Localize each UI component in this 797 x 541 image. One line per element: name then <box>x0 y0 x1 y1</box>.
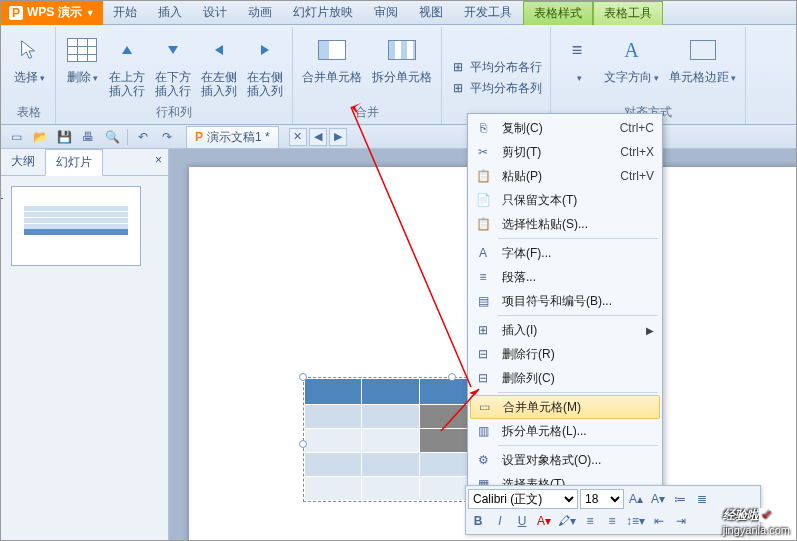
insert-col-right-button[interactable]: 在右侧 插入列 <box>244 31 286 101</box>
ribbon-group-table: 选择 表格 <box>3 27 56 124</box>
cell-margin-button[interactable]: 单元格边距 <box>666 31 739 86</box>
merge-cells-button[interactable]: 合并单元格 <box>299 31 365 86</box>
font-icon: A <box>472 243 494 263</box>
qat-redo-icon[interactable]: ↷ <box>156 127 178 147</box>
qat-save-icon[interactable]: 💾 <box>53 127 75 147</box>
align-center-button[interactable]: ≡ <box>602 511 622 531</box>
qat-preview-icon[interactable]: 🔍 <box>101 127 123 147</box>
indent-button[interactable]: ⇥ <box>671 511 691 531</box>
thumb-table-icon <box>24 205 128 235</box>
document-tab[interactable]: P 演示文稿1 * <box>186 126 279 148</box>
tab-table-tools[interactable]: 表格工具 <box>593 1 663 25</box>
tab-insert[interactable]: 插入 <box>148 1 193 25</box>
underline-button[interactable]: U <box>512 511 532 531</box>
resize-handle[interactable] <box>299 440 307 448</box>
align-left-button[interactable]: ≡ <box>580 511 600 531</box>
qat-new-icon[interactable]: ▭ <box>5 127 27 147</box>
ribbon-group-distribute: ⊞ 平均分布各行 ⊞ 平均分布各列 <box>442 27 551 124</box>
menu-item-insert[interactable]: ⊞插入(I)▶ <box>470 318 660 342</box>
tab-slideshow[interactable]: 幻灯片放映 <box>283 1 364 25</box>
del-col-icon: ⊟ <box>472 368 494 388</box>
menu-item-bullets[interactable]: ▤项目符号和编号(B)... <box>470 289 660 313</box>
insert-col-left-button[interactable]: 在左侧 插入列 <box>198 31 240 101</box>
format-icon: ⚙ <box>472 450 494 470</box>
menu-item-paste[interactable]: 📋粘贴(P)Ctrl+V <box>470 164 660 188</box>
insert-row-above-button[interactable]: 在上方 插入行 <box>106 31 148 101</box>
slide-thumbnail-1[interactable] <box>11 186 141 266</box>
doc-icon: P <box>195 130 203 144</box>
menu-item-del-col[interactable]: ⊟删除列(C) <box>470 366 660 390</box>
tab-design[interactable]: 设计 <box>193 1 238 25</box>
bold-button[interactable]: B <box>468 511 488 531</box>
shrink-font-button[interactable]: A▾ <box>648 489 668 509</box>
split-cells-button[interactable]: 拆分单元格 <box>369 31 435 86</box>
doc-name: 演示文稿1 * <box>207 129 270 146</box>
resize-handle[interactable] <box>448 373 456 381</box>
insert-row-below-button[interactable]: 在下方 插入行 <box>152 31 194 101</box>
app-name: WPS 演示 <box>27 4 82 21</box>
slides-tab[interactable]: 幻灯片 <box>45 149 103 176</box>
distribute-rows-icon: ⊞ <box>450 59 466 75</box>
menu-item-cut[interactable]: ✂剪切(T)Ctrl+X <box>470 140 660 164</box>
tab-review[interactable]: 审阅 <box>364 1 409 25</box>
tab-table-style[interactable]: 表格样式 <box>523 1 593 25</box>
tab-close-button[interactable]: ✕ <box>289 128 307 146</box>
outline-tab[interactable]: 大纲 <box>1 149 45 175</box>
app-menu-caret[interactable]: ▼ <box>86 8 95 18</box>
cut-icon: ✂ <box>472 142 494 162</box>
paste-icon: 📋 <box>472 166 494 186</box>
panel-close-icon[interactable]: × <box>149 149 168 175</box>
font-size-select[interactable]: 18 <box>580 489 624 509</box>
side-tabs: 大纲 幻灯片 × <box>1 149 168 176</box>
menu-item-copy[interactable]: ⎘复制(C)Ctrl+C <box>470 116 660 140</box>
merge-icon <box>318 40 346 60</box>
menu-item-paste-special[interactable]: 📋选择性粘贴(S)... <box>470 212 660 236</box>
distribute-cols-button[interactable]: ⊞ 平均分布各列 <box>448 79 544 98</box>
qat-undo-icon[interactable]: ↶ <box>132 127 154 147</box>
tab-prev-button[interactable]: ◀ <box>309 128 327 146</box>
split-icon: ▥ <box>472 421 494 441</box>
paste-special-icon: 📋 <box>472 214 494 234</box>
watermark: 经验啦✓ jingyanla.com <box>723 507 790 536</box>
group-label-table: 表格 <box>17 102 41 124</box>
outdent-button[interactable]: ⇤ <box>649 511 669 531</box>
grow-font-button[interactable]: A▴ <box>626 489 646 509</box>
copy-icon: ⎘ <box>472 118 494 138</box>
tab-view[interactable]: 视图 <box>409 1 454 25</box>
split-icon <box>388 40 416 60</box>
numbering-button[interactable]: ≣ <box>692 489 712 509</box>
app-badge-letter: P <box>9 6 23 20</box>
ribbon: 选择 表格 删除 在上方 插入行 在下方 插入行 在左侧 插入列 <box>1 25 796 125</box>
menu-item-para[interactable]: ≡段落... <box>470 265 660 289</box>
text-direction-button[interactable]: A 文字方向 <box>601 31 662 86</box>
line-spacing-button[interactable]: ↕≡▾ <box>624 511 647 531</box>
resize-handle[interactable] <box>299 373 307 381</box>
font-name-select[interactable]: Calibri (正文) <box>468 489 578 509</box>
slide-number: 1 <box>0 188 4 202</box>
align-icon: ≡ <box>560 33 594 67</box>
bullets-icon: ▤ <box>472 291 494 311</box>
ribbon-group-merge: 合并单元格 拆分单元格 合并 <box>293 27 442 124</box>
delete-button[interactable]: 删除 <box>62 31 102 86</box>
menu-item-merge[interactable]: ▭合并单元格(M) <box>470 395 660 419</box>
tab-start[interactable]: 开始 <box>103 1 148 25</box>
ribbon-group-align: ≡ A 文字方向 单元格边距 对齐方式 <box>551 27 746 124</box>
align-button[interactable]: ≡ <box>557 31 597 86</box>
tab-dev[interactable]: 开发工具 <box>454 1 523 25</box>
menu-item-font[interactable]: A字体(F)... <box>470 241 660 265</box>
select-button[interactable]: 选择 <box>9 31 49 86</box>
thumbnails: 1 <box>1 176 168 276</box>
menu-item-format[interactable]: ⚙设置对象格式(O)... <box>470 448 660 472</box>
menu-item-paste-text[interactable]: 📄只保留文本(T) <box>470 188 660 212</box>
menu-item-split[interactable]: ▥拆分单元格(L)... <box>470 419 660 443</box>
tab-anim[interactable]: 动画 <box>238 1 283 25</box>
bullets-button[interactable]: ≔ <box>670 489 690 509</box>
tab-next-button[interactable]: ▶ <box>329 128 347 146</box>
highlight-button[interactable]: 🖍▾ <box>556 511 578 531</box>
qat-open-icon[interactable]: 📂 <box>29 127 51 147</box>
menu-item-del-row[interactable]: ⊟删除行(R) <box>470 342 660 366</box>
italic-button[interactable]: I <box>490 511 510 531</box>
font-color-button[interactable]: A▾ <box>534 511 554 531</box>
qat-print-icon[interactable]: 🖶 <box>77 127 99 147</box>
distribute-rows-button[interactable]: ⊞ 平均分布各行 <box>448 58 544 77</box>
